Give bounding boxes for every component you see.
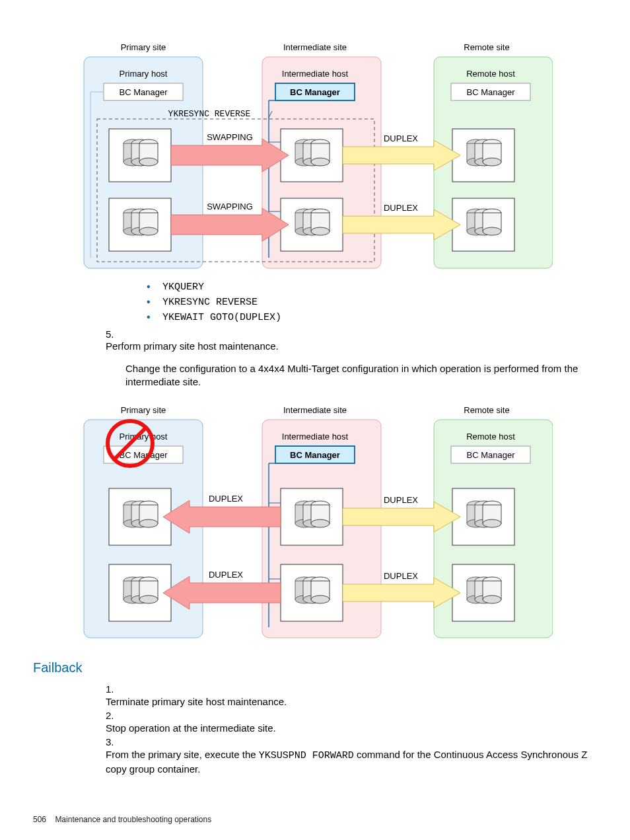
d1-intermediate-title: Intermediate site — [283, 42, 347, 52]
d2-arrow-a2: DUPLEX — [209, 570, 243, 580]
d1-primary-bc: BC Manager — [120, 87, 168, 97]
d1-intermediate-bc: BC Manager — [290, 87, 340, 97]
step-text: From the primary site, execute the YKSUS… — [106, 748, 594, 777]
bullet-item: YKRESYNC REVERSE — [145, 297, 597, 308]
failback-steps: 1. Terminate primary site host maintenan… — [106, 683, 597, 777]
d1-command-label: YKRESYNC REVERSE — [168, 109, 251, 119]
d2-intermediate-title: Intermediate site — [283, 405, 347, 415]
d1-arrow-b2: DUPLEX — [384, 203, 418, 213]
failback-heading: Failback — [33, 660, 597, 675]
step-text: Stop operation at the intermediate site. — [106, 722, 594, 735]
step5-number: 5. — [106, 328, 125, 340]
d1-primary-title: Primary site — [121, 42, 166, 52]
storage-cylinder-icon — [467, 209, 501, 235]
d1-remote-host: Remote host — [466, 69, 515, 79]
storage-cylinder-icon — [467, 577, 501, 603]
step5-line1: Perform primary site host maintenance. — [106, 340, 594, 352]
d2-primary-host: Primary host — [120, 432, 168, 441]
d2-intermediate-host: Intermediate host — [282, 432, 349, 441]
d1-intermediate-host: Intermediate host — [282, 69, 349, 79]
storage-cylinder-icon — [295, 139, 330, 166]
d2-remote-bc: BC Manager — [467, 450, 516, 460]
d1-remote-title: Remote site — [464, 42, 509, 52]
bullet-item: YKQUERY — [145, 282, 597, 293]
step-number: 3. — [106, 736, 125, 747]
command-text: YKSUSPND FORWARD — [259, 750, 354, 761]
storage-cylinder-icon — [467, 139, 501, 166]
d1-arrow-a2: SWAPPING — [207, 202, 253, 211]
page-footer: 506 Maintenance and troubleshooting oper… — [33, 815, 211, 824]
storage-cylinder-icon — [123, 501, 158, 527]
d2-arrow-a1: DUPLEX — [209, 494, 243, 504]
storage-cylinder-icon — [123, 209, 158, 235]
d2-arrow-b1: DUPLEX — [384, 495, 418, 505]
d2-primary-title: Primary site — [121, 405, 166, 415]
diagram-2: Primary site Intermediate site Remote si… — [33, 402, 597, 640]
step-number: 2. — [106, 710, 125, 721]
storage-cylinder-icon — [123, 577, 158, 603]
storage-cylinder-icon — [295, 501, 330, 527]
bullet-item: YKEWAIT GOTO(DUPLEX) — [145, 312, 597, 323]
storage-cylinder-icon — [467, 501, 501, 527]
storage-cylinder-icon — [295, 577, 330, 603]
d1-primary-host: Primary host — [120, 69, 168, 79]
diagram-1: Primary site Intermediate site Remote si… — [33, 40, 597, 271]
d2-remote-title: Remote site — [464, 405, 509, 415]
d1-arrow-b1: DUPLEX — [384, 134, 418, 143]
storage-cylinder-icon — [123, 139, 158, 166]
footer-title: Maintenance and troubleshooting operatio… — [55, 815, 211, 824]
d2-primary-bc: BC Manager — [120, 450, 168, 460]
d2-remote-host: Remote host — [466, 432, 515, 441]
d1-remote-bc: BC Manager — [467, 87, 516, 97]
command-bullets: YKQUERY YKRESYNC REVERSE YKEWAIT GOTO(DU… — [119, 282, 597, 323]
step-number: 1. — [106, 683, 125, 695]
d2-arrow-b2: DUPLEX — [384, 571, 418, 581]
d1-arrow-a1: SWAPPING — [207, 132, 253, 142]
page-number: 506 — [33, 815, 46, 824]
storage-cylinder-icon — [295, 209, 330, 235]
d2-intermediate-bc: BC Manager — [290, 450, 340, 460]
step5-body: Change the configuration to a 4x4x4 Mult… — [125, 362, 597, 389]
step-text: Terminate primary site host maintenance. — [106, 695, 594, 708]
